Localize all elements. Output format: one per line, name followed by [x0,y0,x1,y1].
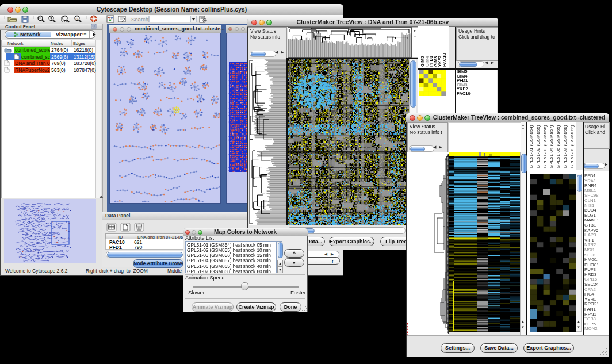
svg-text:1:1: 1:1 [75,18,78,20]
svg-text:Search:: Search: [131,16,150,22]
